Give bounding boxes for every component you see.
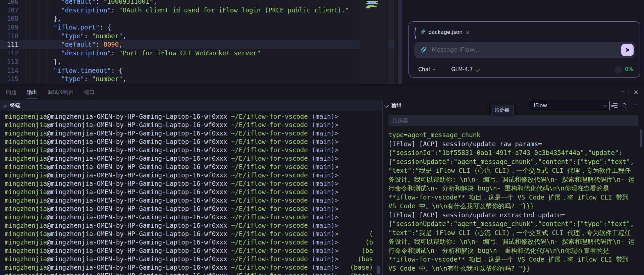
- context-usage-percent: 0%: [625, 66, 633, 72]
- code-line: "default": "10009311001",: [23, 0, 349, 6]
- line-number: 110: [0, 32, 18, 41]
- output-log-line: {"sessionUpdate":"agent_message_chunk","…: [388, 157, 635, 166]
- output-more-icon[interactable]: ···: [633, 102, 637, 108]
- mode-selector[interactable]: Chat: [418, 66, 430, 72]
- output-log-line: VS Code 中。\n\n有什么我可以帮你的吗? "}}}: [388, 202, 635, 211]
- terminal-section-header[interactable]: 终端: [0, 100, 382, 111]
- terminal-line: mingzhenjia@mingzhenjia-OMEN-by-HP-Gamin…: [5, 146, 373, 154]
- panel-tab[interactable]: 问题: [5, 85, 17, 99]
- terminal-pane[interactable]: 终端 mingzhenjia@mingzhenjia-OMEN-by-HP-Ga…: [0, 100, 382, 275]
- output-log-line: 务设计。我可以帮助你: \n\n- 编写、调试和修改代码\n- 探索和理解代码库…: [388, 237, 635, 246]
- output-section-header[interactable]: 输出: [385, 100, 402, 111]
- editor-scrollbar[interactable]: [388, 0, 394, 84]
- terminal-line: mingzhenjia@mingzhenjia-OMEN-by-HP-Gamin…: [5, 255, 373, 263]
- output-pane[interactable]: 输出 IFlow ··· 筛选器 type=agent_message_chun…: [383, 100, 644, 275]
- scroll-lock-icon[interactable]: [622, 103, 627, 109]
- chevron-down-icon[interactable]: [384, 103, 389, 108]
- terminal-line: mingzhenjia@mingzhenjia-OMEN-by-HP-Gamin…: [5, 272, 373, 275]
- minimap-mark: [367, 1, 378, 2]
- line-number: 109: [0, 23, 18, 32]
- output-log-line: [IFlow] [ACP] session/update extracted u…: [388, 211, 635, 220]
- terminal-section-label: 终端: [10, 102, 20, 109]
- chat-meta-row: Chat GLM-4.7 0%: [418, 65, 633, 74]
- terminal-line: mingzhenjia@mingzhenjia-OMEN-by-HP-Gamin…: [5, 129, 373, 138]
- output-log-line: VS Code 中。\n\n有什么我可以帮你的吗? "}}: [388, 264, 635, 273]
- output-log[interactable]: type=agent_message_chunk[IFlow] [ACP] se…: [388, 130, 635, 273]
- terminal-scrollbar-track: [376, 111, 376, 275]
- terminal-line: mingzhenjia@mingzhenjia-OMEN-by-HP-Gamin…: [5, 230, 373, 238]
- output-log-line: {"sessionUpdate":"agent_message_chunk","…: [388, 219, 635, 228]
- output-log-line: "text":"我是 iFlow CLI (心流 CLI)，一个交互式 CLI …: [388, 166, 635, 175]
- attachment-close-icon[interactable]: ×: [466, 29, 470, 36]
- output-channel-value: IFlow: [534, 103, 547, 109]
- output-log-line: **iflow-for-vscode** 项目，这是一个 VS Code 扩展，…: [388, 255, 635, 264]
- panel-actions: ··· ×: [620, 84, 639, 100]
- panel-tabs: 问题输出调试控制台端口: [5, 84, 95, 100]
- panel-more-icon[interactable]: ···: [620, 89, 624, 95]
- filter-tooltip: 筛选器: [491, 105, 514, 115]
- code-content[interactable]: "default": "10009311001", "description":…: [23, 0, 349, 84]
- code-line: },: [23, 14, 349, 23]
- chat-message-input[interactable]: Message iFlow...: [414, 42, 635, 58]
- terminal-line: mingzhenjia@mingzhenjia-OMEN-by-HP-Gamin…: [5, 121, 373, 129]
- panel-tab[interactable]: 端口: [84, 85, 95, 99]
- terminal-line: mingzhenjia@mingzhenjia-OMEN-by-HP-Gamin…: [5, 205, 373, 213]
- terminal-line: mingzhenjia@mingzhenjia-OMEN-by-HP-Gamin…: [5, 179, 373, 188]
- terminal-line: mingzhenjia@mingzhenjia-OMEN-by-HP-Gamin…: [5, 154, 373, 163]
- output-section-label: 输出: [391, 102, 402, 109]
- terminal-output[interactable]: mingzhenjia@mingzhenjia-OMEN-by-HP-Gamin…: [5, 112, 373, 275]
- minimap-mark: [368, 2, 376, 3]
- line-number: 113: [0, 58, 18, 66]
- model-selector[interactable]: GLM-4.7: [451, 66, 473, 72]
- output-scrollbar-thumb[interactable]: [640, 130, 642, 147]
- chevron-down-icon[interactable]: [3, 103, 7, 108]
- terminal-line: mingzhenjia@mingzhenjia-OMEN-by-HP-Gamin…: [5, 196, 373, 205]
- output-log-line: 务设计。我可以帮助你: \n\n- 编写、调试和修改代码\n- 探索和理解代码库…: [388, 175, 635, 184]
- output-log-line: 行命令和测试\n- 分析和解决 bug\n- 重构和优化代码\n\n你现在查看的…: [388, 184, 635, 193]
- terminal-line: mingzhenjia@mingzhenjia-OMEN-by-HP-Gamin…: [5, 171, 373, 179]
- minimap-mark: [366, 3, 378, 4]
- panel-tab[interactable]: 调试控制台: [47, 85, 74, 99]
- context-usage-circle: [615, 66, 622, 73]
- chat-input-placeholder: Message iFlow...: [432, 46, 479, 53]
- panel-actions-divider: [629, 89, 629, 95]
- output-log-line: **iflow-for-vscode** 项目，这是一个 VS Code 扩展，…: [388, 193, 635, 202]
- code-line: },: [23, 58, 349, 66]
- minimap[interactable]: [360, 0, 388, 84]
- send-arrow-icon: [625, 47, 631, 53]
- attachment-chip[interactable]: package.json ×: [420, 29, 470, 36]
- minimap-mark: [367, 6, 377, 7]
- output-channel-select[interactable]: IFlow: [530, 101, 610, 110]
- attachment-name: package.json: [428, 29, 463, 35]
- line-number-gutter: 106107108109110111112113114115: [0, 0, 18, 84]
- terminal-line: mingzhenjia@mingzhenjia-OMEN-by-HP-Gamin…: [5, 246, 373, 255]
- minimap-mark: [366, 7, 370, 8]
- send-button[interactable]: [621, 44, 634, 56]
- panel-tab[interactable]: 输出: [26, 85, 38, 99]
- terminal-line: mingzhenjia@mingzhenjia-OMEN-by-HP-Gamin…: [5, 221, 373, 230]
- iflow-chat-panel: package.json × Message iFlow... Chat GLM…: [409, 21, 640, 77]
- code-line: "type": "number",: [23, 75, 349, 84]
- mode-dropdown-icon[interactable]: [433, 69, 435, 70]
- chat-editor-group: package.json × Message iFlow... Chat GLM…: [397, 0, 644, 84]
- model-chevron-icon[interactable]: [476, 67, 480, 72]
- bottom-panel: 问题输出调试控制台端口 ··· × 终端 mingzhenjia@mingzhe…: [0, 84, 644, 275]
- output-filter-input[interactable]: [388, 115, 638, 126]
- terminal-line: mingzhenjia@mingzhenjia-OMEN-by-HP-Gamin…: [5, 163, 373, 171]
- terminal-line: mingzhenjia@mingzhenjia-OMEN-by-HP-Gamin…: [5, 238, 373, 246]
- terminal-line: mingzhenjia@mingzhenjia-OMEN-by-HP-Gamin…: [5, 263, 373, 272]
- line-number: 106: [0, 0, 18, 6]
- editor-group-sash[interactable]: [398, 0, 402, 84]
- line-number: 115: [0, 75, 18, 84]
- clear-output-icon[interactable]: [611, 103, 618, 108]
- output-log-line: type=agent_message_chunk: [388, 130, 635, 140]
- chevron-down-icon: [602, 103, 607, 107]
- terminal-scrollbar-thumb[interactable]: [377, 266, 380, 274]
- output-log-line: {"sessionId":"1bf55831-0aa1-491f-a743-0c…: [388, 148, 635, 157]
- code-editor[interactable]: 106107108109110111112113114115 "default"…: [0, 0, 397, 84]
- line-number: 111: [0, 40, 18, 49]
- panel-close-icon[interactable]: ×: [633, 88, 639, 96]
- attach-file-icon[interactable]: [420, 46, 427, 55]
- minimap-mark: [368, 5, 374, 6]
- terminal-line: mingzhenjia@mingzhenjia-OMEN-by-HP-Gamin…: [5, 138, 373, 146]
